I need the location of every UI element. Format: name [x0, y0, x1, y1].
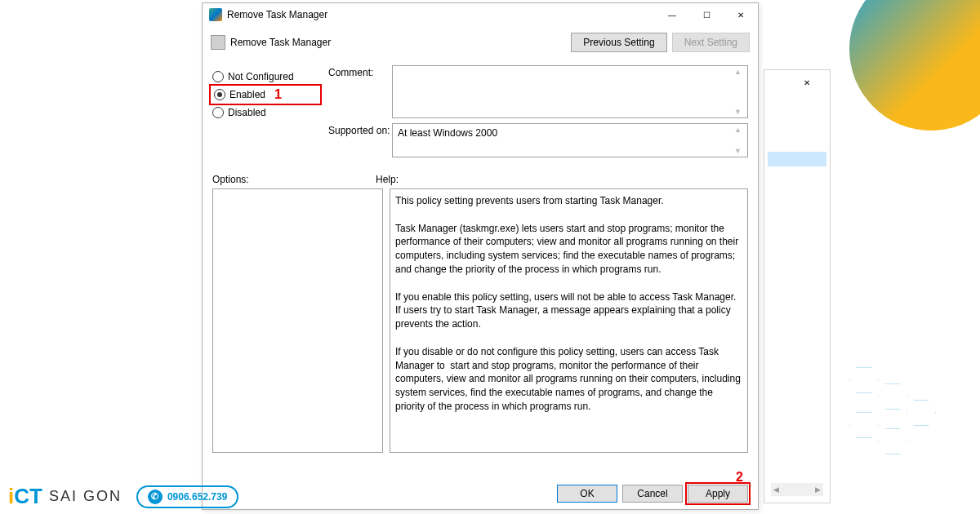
- scroll-arrows[interactable]: ▲▼: [734, 68, 746, 116]
- radio-label: Enabled: [229, 89, 265, 100]
- policy-dialog: Remove Task Manager — ☐ ✕ Remove Task Ma…: [202, 2, 759, 510]
- previous-setting-button[interactable]: Previous Setting: [571, 33, 666, 52]
- phone-badge: ✆ 0906.652.739: [136, 485, 238, 508]
- policy-icon: [211, 35, 225, 50]
- options-label: Options:: [212, 174, 376, 185]
- help-text: This policy setting prevents users from …: [395, 195, 743, 412]
- help-label: Help:: [376, 174, 399, 185]
- radio-icon: [212, 107, 224, 118]
- radio-icon: [212, 71, 224, 82]
- comment-input[interactable]: ▲▼: [392, 65, 748, 118]
- next-setting-button[interactable]: Next Setting: [672, 33, 750, 52]
- apply-button[interactable]: Apply: [688, 485, 748, 503]
- scroll-arrows[interactable]: ▲▼: [734, 126, 746, 155]
- minimize-button[interactable]: —: [655, 3, 689, 26]
- window-title: Remove Task Manager: [227, 9, 655, 20]
- radio-label: Disabled: [228, 107, 266, 118]
- annotation-1: 1: [274, 87, 282, 102]
- radio-enabled[interactable]: Enabled 1: [209, 84, 322, 105]
- decorative-curve: [849, 0, 980, 131]
- background-window: ✕ ◀▶: [764, 69, 831, 503]
- options-panel: [212, 188, 383, 453]
- policy-subtitle: Remove Task Manager: [230, 37, 331, 48]
- bg-close-icon[interactable]: ✕: [791, 73, 823, 92]
- radio-disabled[interactable]: Disabled: [212, 104, 318, 121]
- window-icon: [209, 8, 222, 21]
- close-button[interactable]: ✕: [724, 3, 758, 26]
- cancel-button[interactable]: Cancel: [622, 485, 683, 503]
- maximize-button[interactable]: ☐: [689, 3, 724, 26]
- radio-label: Not Configured: [228, 71, 294, 82]
- help-panel: This policy setting prevents users from …: [390, 188, 748, 453]
- supported-label: Supported on:: [328, 123, 392, 157]
- ok-button[interactable]: OK: [557, 485, 617, 503]
- phone-icon: ✆: [148, 490, 163, 504]
- supported-box: At least Windows 2000 ▲▼: [392, 123, 748, 157]
- radio-not-configured[interactable]: Not Configured: [212, 69, 318, 85]
- brand-logo: iCT SAI GON ✆ 0906.652.739: [8, 484, 238, 509]
- bg-selected-row: [768, 152, 826, 166]
- annotation-2: 2: [736, 470, 743, 485]
- decorative-hexagons: [817, 367, 964, 481]
- comment-label: Comment:: [328, 65, 392, 118]
- radio-icon: [214, 89, 225, 100]
- titlebar: Remove Task Manager — ☐ ✕: [203, 3, 758, 26]
- bg-scrollbar[interactable]: ◀▶: [771, 483, 823, 496]
